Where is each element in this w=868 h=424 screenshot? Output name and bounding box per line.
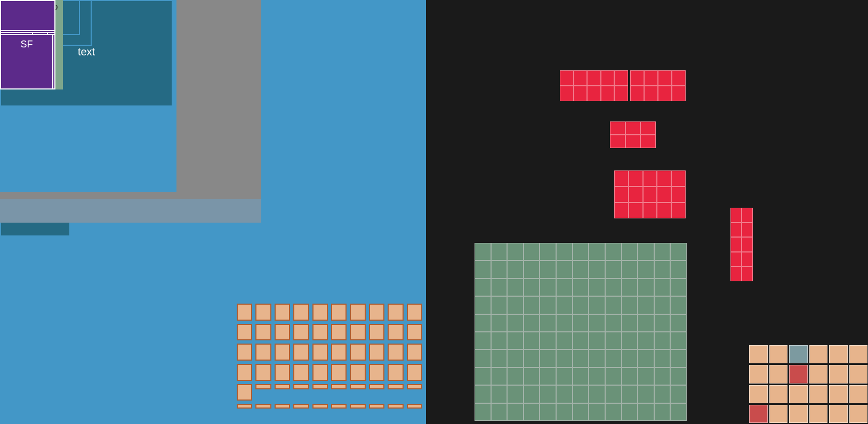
tiny-framework-tile[interactable] <box>350 384 365 389</box>
tiny-framework-tile[interactable] <box>255 404 271 409</box>
tiny-framework-tile[interactable] <box>255 304 271 321</box>
asset-tile[interactable] <box>670 368 687 385</box>
asset-tile[interactable] <box>622 385 638 403</box>
sfpr-d[interactable] <box>0 0 55 31</box>
asset-tile[interactable] <box>589 403 605 421</box>
asset-tile[interactable] <box>589 314 605 332</box>
tiny-framework-tile[interactable] <box>331 324 347 341</box>
tiny-framework-tile[interactable] <box>407 404 422 409</box>
asset-tile[interactable] <box>540 349 556 367</box>
asset-tile[interactable] <box>475 403 491 421</box>
asset-tile[interactable] <box>524 296 540 314</box>
misc-tile[interactable] <box>809 365 828 383</box>
asset-tile[interactable] <box>573 349 589 367</box>
asset-tile[interactable] <box>573 279 589 296</box>
asset-tile[interactable] <box>654 349 671 367</box>
asset-tile[interactable] <box>573 243 589 260</box>
asset-tile[interactable] <box>556 332 573 349</box>
asset-tile[interactable] <box>491 403 508 421</box>
asset-tile[interactable] <box>491 349 508 367</box>
tiny-framework-tile[interactable] <box>312 364 328 381</box>
misc-tile[interactable] <box>849 405 868 423</box>
asset-tile[interactable] <box>654 385 671 403</box>
asset-tile[interactable] <box>507 243 524 260</box>
asset-tile[interactable] <box>540 403 556 421</box>
tiny-framework-tile[interactable] <box>293 364 309 381</box>
tiny-framework-tile[interactable] <box>369 364 384 381</box>
asset-tile[interactable] <box>622 403 638 421</box>
asset-tile[interactable] <box>507 314 524 332</box>
tiny-framework-tile[interactable] <box>407 304 422 321</box>
asset-tile[interactable] <box>540 243 556 260</box>
asset-tile[interactable] <box>540 332 556 349</box>
asset-tile[interactable] <box>622 243 638 260</box>
misc-tile[interactable] <box>749 385 768 403</box>
tiny-framework-tile[interactable] <box>350 304 365 321</box>
asset-tile[interactable] <box>654 243 671 260</box>
asset-tile[interactable] <box>670 385 687 403</box>
asset-tile[interactable] <box>589 279 605 296</box>
asset-tile[interactable] <box>605 243 622 260</box>
asset-tile[interactable] <box>638 279 654 296</box>
asset-tile[interactable] <box>654 314 671 332</box>
misc-tile[interactable] <box>829 385 848 403</box>
misc-tile[interactable] <box>789 345 808 363</box>
misc-tile[interactable] <box>769 345 788 363</box>
asset-tile[interactable] <box>638 368 654 385</box>
misc-tile[interactable] <box>829 405 848 423</box>
tiny-framework-tile[interactable] <box>237 304 252 321</box>
asset-tile[interactable] <box>540 385 556 403</box>
tiny-framework-tile[interactable] <box>237 364 252 381</box>
tiny-framework-tile[interactable] <box>293 304 309 321</box>
asset-tile[interactable] <box>556 314 573 332</box>
asset-tile[interactable] <box>507 349 524 367</box>
asset-tile[interactable] <box>524 279 540 296</box>
tiny-framework-tile[interactable] <box>312 324 328 341</box>
asset-tile[interactable] <box>573 260 589 278</box>
misc-tile[interactable] <box>749 405 768 423</box>
asset-tile[interactable] <box>524 349 540 367</box>
tiny-framework-tile[interactable] <box>237 384 252 401</box>
misc-tile[interactable] <box>849 385 868 403</box>
asset-tile[interactable] <box>556 296 573 314</box>
tiny-framework-tile[interactable] <box>369 384 384 389</box>
asset-tile[interactable] <box>589 368 605 385</box>
asset-tile[interactable] <box>654 332 671 349</box>
asset-tile[interactable] <box>540 296 556 314</box>
asset-tile[interactable] <box>605 403 622 421</box>
tiny-framework-tile[interactable] <box>331 344 347 361</box>
asset-tile[interactable] <box>507 332 524 349</box>
asset-tile[interactable] <box>524 243 540 260</box>
asset-tile[interactable] <box>638 403 654 421</box>
tiny-framework-tile[interactable] <box>369 404 384 409</box>
tiny-framework-tile[interactable] <box>275 404 290 409</box>
asset-tile[interactable] <box>670 314 687 332</box>
asset-tile[interactable] <box>605 349 622 367</box>
misc-tile[interactable] <box>769 365 788 383</box>
asset-tile[interactable] <box>475 368 491 385</box>
tiny-framework-tile[interactable] <box>407 384 422 389</box>
tiny-framework-tile[interactable] <box>275 324 290 341</box>
tiny-framework-tile[interactable] <box>331 384 347 389</box>
asset-tile[interactable] <box>491 243 508 260</box>
asset-tile[interactable] <box>507 260 524 278</box>
asset-tile[interactable] <box>475 243 491 260</box>
tiny-framework-tile[interactable] <box>275 364 290 381</box>
misc-tile[interactable] <box>809 405 828 423</box>
asset-tile[interactable] <box>540 314 556 332</box>
asset-tile[interactable] <box>491 385 508 403</box>
asset-tile[interactable] <box>540 368 556 385</box>
asset-tile[interactable] <box>524 403 540 421</box>
tiny-framework-tile[interactable] <box>255 344 271 361</box>
asset-tile[interactable] <box>540 260 556 278</box>
asset-tile[interactable] <box>589 243 605 260</box>
tiny-framework-tile[interactable] <box>293 404 309 409</box>
asset-tile[interactable] <box>605 279 622 296</box>
asset-tile[interactable] <box>654 403 671 421</box>
asset-tile[interactable] <box>605 332 622 349</box>
misc-tile[interactable] <box>749 365 768 383</box>
asset-tile[interactable] <box>622 332 638 349</box>
tiny-framework-tile[interactable] <box>350 344 365 361</box>
asset-tile[interactable] <box>605 260 622 278</box>
asset-tile[interactable] <box>524 314 540 332</box>
